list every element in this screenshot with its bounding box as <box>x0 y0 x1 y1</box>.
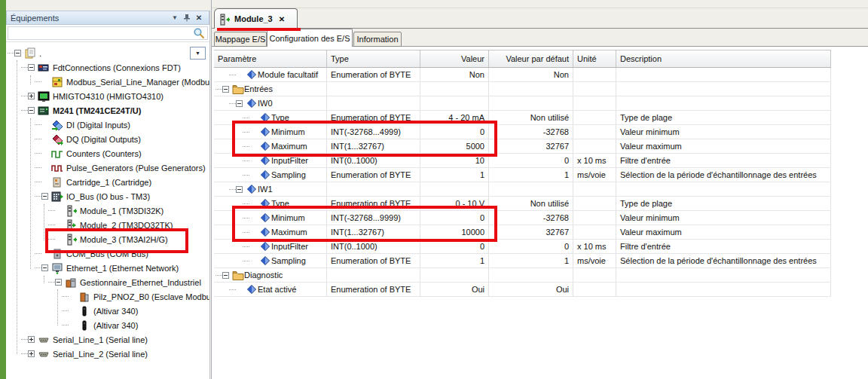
cell-unite <box>573 268 616 282</box>
tree-item-hmigto4310-hmigto4310[interactable]: HMIGTO4310 (HMIGTO4310) <box>6 89 209 103</box>
cell-type <box>327 182 420 196</box>
cell-valeur-par-defaut <box>489 82 573 96</box>
tab-label: Module_3 <box>234 14 273 23</box>
tree-item-altivar-340[interactable]: (Altivar 340) <box>6 318 209 332</box>
param-icon <box>246 283 258 295</box>
column-header-description[interactable]: Description <box>616 50 831 67</box>
tree-item-m241-tm241ce24t-u[interactable]: M241 (TM241CE24T/U) <box>6 103 209 118</box>
cell-valeur[interactable] <box>420 182 489 196</box>
collapse-minus-icon[interactable] <box>14 50 21 57</box>
table-row-etat-activ[interactable]: Etat activéEnumeration of BYTEOuiOui <box>214 283 831 297</box>
tree-item-label: Pilz_PNOZ_B0 (Esclave Modbu <box>93 292 209 301</box>
close-icon[interactable]: ✕ <box>279 15 285 23</box>
collapse-minus-icon[interactable] <box>236 186 243 193</box>
cell-valeur-par-defaut: 0 <box>489 154 573 167</box>
tree-guide-stub <box>35 153 41 154</box>
tree-item-label: . <box>39 49 41 58</box>
tree-guide-stub <box>21 96 28 96</box>
expander-slot <box>28 350 38 357</box>
cell-parametre: Diagnostic <box>214 268 327 282</box>
column-header-type[interactable]: Type <box>327 50 420 67</box>
collapse-minus-icon[interactable] <box>28 64 35 71</box>
tree-item-label: Cartridge_1 (Cartridge) <box>66 178 151 187</box>
tree-guide-stub <box>35 196 41 197</box>
search-icon[interactable] <box>193 27 205 41</box>
tree-item-fdtconnections-connexions-fdt[interactable]: FdtConnections (Connexions FDT) <box>6 60 209 75</box>
tree-item-label: FdtConnections (Connexions FDT) <box>53 63 181 72</box>
chevron-down-icon[interactable]: ▼ <box>169 13 181 23</box>
table-row-sampling[interactable]: SamplingEnumeration of BYTE11ms/voieSéle… <box>214 254 831 268</box>
column-header-valeur-par-d-faut[interactable]: Valeur par défaut <box>489 50 573 67</box>
hmi-icon <box>38 90 50 102</box>
cell-valeur[interactable]: Non <box>420 68 489 81</box>
collapse-minus-icon[interactable] <box>28 107 35 114</box>
collapse-minus-icon[interactable] <box>41 193 48 200</box>
tree-item-serial-line-1-serial-line[interactable]: Serial_Line_1 (Serial line) <box>6 332 209 347</box>
tree-filter-dropdown[interactable]: ▼ <box>190 47 206 60</box>
tree-item-di-digital-inputs[interactable]: DI (Digital Inputs) <box>6 118 209 132</box>
collapse-minus-icon[interactable] <box>41 264 48 271</box>
tree-item-module-1-tm3di32k[interactable]: Module_1 (TM3DI32K) <box>6 203 209 218</box>
tree-item-serial-line-2-serial-line[interactable]: Serial_Line_2 (Serial line) <box>6 347 209 361</box>
tree-item-label: DI (Digital Inputs) <box>66 121 130 130</box>
cell-description <box>616 68 831 81</box>
table-row-iw0[interactable]: IW0 <box>214 96 831 111</box>
tab-module-3[interactable]: Module_3 ✕ <box>214 8 298 29</box>
tree-guide-stub <box>8 53 14 53</box>
expander-slot <box>55 279 65 286</box>
collapse-minus-icon[interactable] <box>236 100 243 107</box>
panel-title: Équipements <box>11 14 169 23</box>
tree-item-gestionnaire-ethernet-industriel[interactable]: Gestionnaire_Ethernet_Industriel <box>6 275 209 289</box>
column-header-valeur[interactable]: Valeur <box>420 50 489 67</box>
cell-description: Filtre d'entrée <box>616 154 831 167</box>
search-input[interactable] <box>8 26 208 40</box>
cell-valeur[interactable] <box>420 96 489 110</box>
table-row-sampling[interactable]: SamplingEnumeration of BYTE11ms/voieSéle… <box>214 168 831 182</box>
tab-configuration-des-es[interactable]: Configuration des E/S <box>267 29 353 47</box>
altivar-icon <box>78 305 90 317</box>
parameter-name: InputFilter <box>271 156 308 165</box>
annotation-iw0-minmax-box <box>232 121 497 157</box>
cell-valeur[interactable] <box>420 82 489 96</box>
tree-item-io-bus-io-bus-tm3[interactable]: IO_Bus (IO bus - TM3) <box>6 189 209 203</box>
tree-item-modbus-serial-line-manager-modbu[interactable]: Modbus_Serial_Line_Manager (Modbu <box>6 75 209 89</box>
tab-mappage-es[interactable]: Mappage E/S <box>214 32 267 47</box>
cell-valeur-par-defaut: -32768 <box>489 125 573 139</box>
cell-valeur[interactable] <box>420 268 489 282</box>
expander-slot <box>41 193 51 200</box>
expander-slot <box>222 272 232 279</box>
tree-item-altivar-340[interactable]: (Altivar 340) <box>6 304 209 318</box>
tree-guide-stub <box>35 253 41 254</box>
tree-item-cartridge-1-cartridge[interactable]: Cartridge_1 (Cartridge) <box>6 175 209 189</box>
annotation-tree-module3-box <box>45 228 188 253</box>
tree-item-counters-counters[interactable]: Counters (Counters) <box>6 146 209 160</box>
tree-item-pilz-pnoz-b0-esclave-modbu[interactable]: Pilz_PNOZ_B0 (Esclave Modbu <box>6 289 209 304</box>
tree-item-item[interactable]: . <box>6 46 209 60</box>
pin-icon[interactable] <box>181 13 193 23</box>
expand-plus-icon[interactable] <box>28 336 35 343</box>
column-header-param-tre[interactable]: Paramètre <box>214 50 327 67</box>
param-icon <box>259 169 271 181</box>
cell-valeur[interactable]: 1 <box>420 254 489 267</box>
tree-item-ethernet-1-ethernet-network[interactable]: Ethernet_1 (Ethernet Network) <box>6 261 209 275</box>
expander-slot <box>28 107 38 114</box>
close-icon[interactable]: ✕ <box>193 13 205 23</box>
expand-plus-icon[interactable] <box>28 350 35 357</box>
expand-plus-icon[interactable] <box>28 93 35 99</box>
tree-item-label: Module_1 (TM3DI32K) <box>80 206 164 215</box>
table-row-diagnostic[interactable]: Diagnostic <box>214 268 831 283</box>
tree-item-pulse-generators-pulse-generators[interactable]: Pulse_Generators (Pulse Generators) <box>6 160 209 175</box>
tree-guide-stub <box>215 275 222 276</box>
collapse-minus-icon[interactable] <box>222 272 229 279</box>
table-row-iw1[interactable]: IW1 <box>214 182 831 197</box>
tree-item-dq-digital-outputs[interactable]: DQ (Digital Outputs) <box>6 132 209 146</box>
expander-slot <box>14 50 24 57</box>
tab-information[interactable]: Information <box>353 32 402 47</box>
cell-valeur[interactable]: 1 <box>420 168 489 182</box>
table-row-module-facultatif[interactable]: Module facultatifEnumeration of BYTENonN… <box>214 68 831 82</box>
cell-valeur[interactable]: Oui <box>420 283 489 296</box>
collapse-minus-icon[interactable] <box>55 279 62 286</box>
column-header-unit[interactable]: Unité <box>573 50 616 67</box>
table-row-entr-es[interactable]: Entrées <box>214 82 831 96</box>
collapse-minus-icon[interactable] <box>222 86 229 93</box>
